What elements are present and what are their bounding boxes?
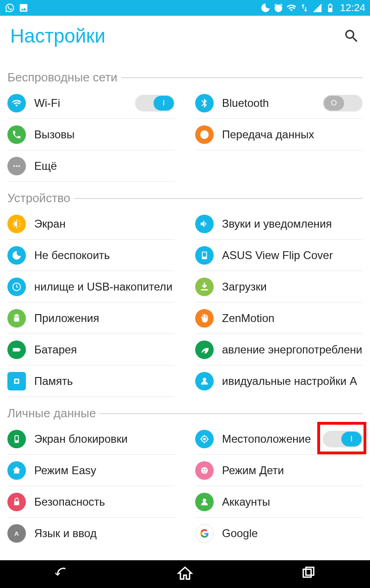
section-title-device: Устройство bbox=[7, 191, 70, 205]
power-label: авление энергопотреблени bbox=[222, 343, 362, 356]
more-icon bbox=[7, 157, 26, 175]
row-bluetooth[interactable]: Bluetooth O bbox=[195, 87, 363, 119]
row-storage[interactable]: нилище и USB-накопители bbox=[7, 271, 175, 303]
section-title-personal: Личные данные bbox=[7, 406, 96, 421]
svg-point-15 bbox=[201, 467, 208, 474]
svg-point-10 bbox=[203, 378, 206, 381]
signal-icon bbox=[312, 3, 322, 13]
home-icon bbox=[7, 461, 26, 480]
row-lang[interactable]: A Язык и ввод bbox=[7, 518, 175, 549]
svg-rect-6 bbox=[13, 348, 20, 351]
zenmotion-label: ZenMotion bbox=[222, 312, 274, 325]
person-icon bbox=[195, 372, 214, 390]
row-security[interactable]: Безопасность bbox=[7, 486, 175, 518]
page-title: Настройки bbox=[10, 25, 105, 47]
svg-rect-22 bbox=[306, 567, 314, 575]
row-dnd[interactable]: Не беспокоить bbox=[7, 240, 175, 271]
battery-icon bbox=[325, 3, 335, 13]
downloads-label: Загрузки bbox=[222, 280, 267, 293]
sound-label: Звуки и уведомления bbox=[222, 217, 332, 230]
asus-custom-label: ивидуальные настройки A bbox=[222, 375, 357, 388]
section-wireless: Беспроводные сети Wi-Fi I Bluetooth O Вы… bbox=[0, 70, 370, 182]
recent-button[interactable] bbox=[301, 565, 316, 583]
bluetooth-toggle[interactable]: O bbox=[323, 95, 363, 111]
download-icon bbox=[195, 278, 214, 296]
wifi-label: Wi-Fi bbox=[34, 97, 60, 110]
svg-point-17 bbox=[205, 469, 206, 470]
calls-label: Вызовы bbox=[34, 128, 74, 141]
clock-icon bbox=[7, 278, 26, 296]
row-google[interactable]: Google bbox=[195, 518, 363, 549]
row-more[interactable]: Ещё bbox=[7, 150, 175, 182]
row-memory[interactable]: Память bbox=[7, 365, 175, 397]
status-bar: 12:24 bbox=[0, 0, 370, 16]
row-downloads[interactable]: Загрузки bbox=[195, 271, 363, 303]
section-device: Устройство Экран Звуки и уведомления Не … bbox=[0, 191, 370, 397]
memory-label: Память bbox=[34, 375, 73, 388]
bluetooth-label: Bluetooth bbox=[222, 97, 269, 110]
alarm-icon bbox=[273, 3, 284, 13]
location-toggle[interactable]: I bbox=[323, 431, 363, 447]
row-easy[interactable]: Режим Easy bbox=[7, 455, 175, 486]
bluetooth-icon bbox=[195, 94, 214, 112]
dnd-label: Не беспокоить bbox=[34, 249, 110, 262]
flip-icon bbox=[195, 246, 214, 265]
lock-icon bbox=[7, 493, 26, 511]
row-power[interactable]: авление энергопотреблени bbox=[195, 334, 363, 365]
search-button[interactable] bbox=[343, 28, 360, 44]
row-location[interactable]: Местоположение I bbox=[195, 423, 363, 455]
display-label: Экран bbox=[34, 217, 66, 230]
divider bbox=[121, 77, 363, 78]
android-icon bbox=[7, 309, 26, 328]
data-label: Передача данных bbox=[222, 128, 314, 141]
row-apps[interactable]: Приложения bbox=[7, 303, 175, 334]
location-icon bbox=[195, 430, 214, 448]
phone-icon bbox=[7, 125, 26, 144]
row-kids[interactable]: Режим Дети bbox=[195, 455, 363, 486]
lang-label: Язык и ввод bbox=[34, 527, 97, 540]
header: Настройки bbox=[0, 16, 370, 61]
row-calls[interactable]: Вызовы bbox=[7, 119, 175, 150]
battery-icon bbox=[7, 340, 26, 359]
section-personal: Личные данные Экран блокировки Местополо… bbox=[0, 406, 370, 549]
row-sound[interactable]: Звуки и уведомления bbox=[195, 208, 363, 240]
svg-point-1 bbox=[16, 165, 18, 167]
more-label: Ещё bbox=[34, 160, 57, 173]
lockscreen-icon bbox=[7, 430, 26, 448]
account-icon bbox=[195, 493, 214, 511]
svg-point-16 bbox=[203, 469, 204, 470]
wifi-icon bbox=[286, 3, 296, 13]
sound-icon bbox=[195, 215, 214, 233]
wifi-icon bbox=[7, 94, 26, 112]
location-label: Местоположение bbox=[222, 433, 311, 446]
nav-bar bbox=[0, 560, 370, 588]
divider bbox=[99, 413, 363, 414]
data-icon bbox=[195, 125, 214, 144]
image-icon bbox=[18, 3, 29, 13]
row-lockscreen[interactable]: Экран блокировки bbox=[7, 423, 175, 455]
svg-point-2 bbox=[18, 165, 20, 167]
data-arrows-icon bbox=[299, 3, 309, 13]
svg-rect-4 bbox=[203, 252, 206, 256]
section-title-wireless: Беспроводные сети bbox=[7, 70, 117, 85]
row-accounts[interactable]: Аккаунты bbox=[195, 486, 363, 518]
display-icon bbox=[7, 215, 26, 233]
back-button[interactable] bbox=[54, 565, 69, 583]
lockscreen-label: Экран блокировки bbox=[34, 433, 128, 446]
svg-point-0 bbox=[13, 165, 15, 167]
kids-label: Режим Дети bbox=[222, 464, 284, 477]
row-data[interactable]: Передача данных bbox=[195, 119, 363, 150]
apps-label: Приложения bbox=[34, 312, 99, 325]
wifi-toggle[interactable]: I bbox=[135, 95, 175, 111]
google-label: Google bbox=[222, 527, 258, 540]
row-flipcover[interactable]: ASUS View Flip Cover bbox=[195, 240, 363, 271]
row-wifi[interactable]: Wi-Fi I bbox=[7, 87, 175, 119]
row-battery[interactable]: Батарея bbox=[7, 334, 175, 365]
row-display[interactable]: Экран bbox=[7, 208, 175, 240]
home-button[interactable] bbox=[177, 565, 193, 583]
row-asus-custom[interactable]: ивидуальные настройки A bbox=[195, 365, 363, 397]
svg-point-13 bbox=[203, 438, 206, 440]
google-icon bbox=[195, 524, 214, 543]
storage-label: нилище и USB-накопители bbox=[34, 280, 173, 293]
row-zenmotion[interactable]: ZenMotion bbox=[195, 303, 363, 334]
